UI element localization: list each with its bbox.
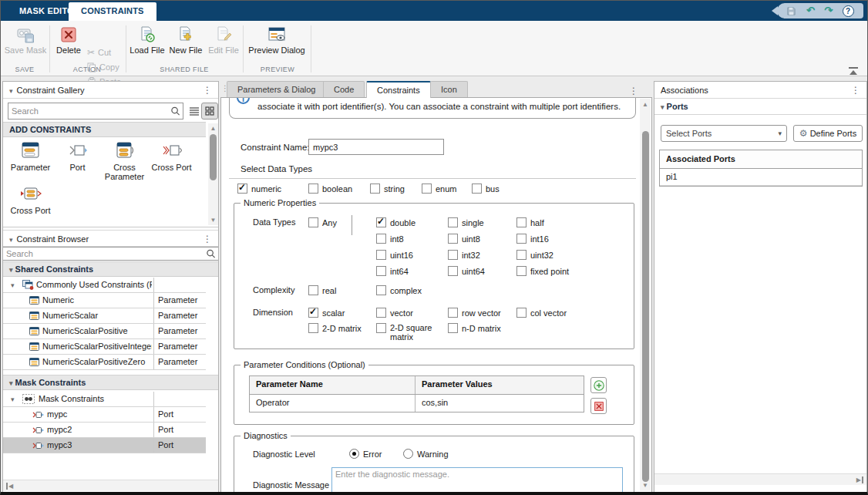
edit-file-button[interactable]: Edit File [207, 24, 241, 64]
gallery-search-input[interactable] [12, 103, 167, 119]
gallery-item-cross-port[interactable]: Cross Port [148, 142, 195, 172]
tab-code[interactable]: Code [323, 81, 365, 97]
tree-row[interactable]: mypc Port [3, 407, 206, 423]
tab-constraints[interactable]: CONSTRAINTS [69, 2, 156, 21]
scroll-left-end-icon[interactable]: ◀ [6, 483, 13, 490]
checkbox-uint32[interactable]: uint32 [516, 250, 553, 260]
parameter-values-cell[interactable]: cos,sin [415, 395, 584, 412]
tree-node-label: mypc [47, 407, 150, 422]
gallery-scrollbar[interactable]: ▲ ▼ [208, 123, 218, 225]
associated-port-row[interactable]: pi1 [660, 169, 862, 186]
save-icon[interactable] [786, 6, 796, 16]
checkbox-half[interactable]: half [516, 217, 544, 227]
checkbox-col-vector[interactable]: col vector [516, 308, 567, 318]
scroll-down-icon[interactable]: ▼ [208, 217, 218, 224]
select-ports-dropdown[interactable]: Select Ports ▾ [661, 125, 787, 142]
scroll-up-icon[interactable]: ▲ [208, 125, 218, 132]
gallery-item-cross-port-2[interactable]: Cross Port [7, 185, 54, 215]
table-row[interactable]: Operator cos,sin [250, 395, 584, 412]
checkbox-row-vector[interactable]: row vector [448, 308, 501, 318]
tree-row[interactable]: mypc2 Port [3, 423, 206, 438]
checkbox-int32[interactable]: int32 [448, 250, 480, 260]
checkbox-uint8[interactable]: uint8 [448, 234, 480, 244]
checkbox-real[interactable]: real [308, 285, 336, 295]
preview-dialog-button[interactable]: Preview Dialog [247, 24, 306, 64]
scroll-up-icon[interactable]: ▲ [640, 101, 651, 108]
checkbox-single[interactable]: single [448, 217, 484, 227]
tree-row-selected[interactable]: mypc3 Port [3, 438, 206, 453]
checkbox-bus[interactable]: bus [472, 184, 500, 194]
tab-parameters-dialog[interactable]: Parameters & Dialog [227, 81, 327, 97]
checkbox-fixed-point[interactable]: fixed point [516, 266, 569, 276]
scrollbar-thumb[interactable] [642, 131, 649, 482]
checkbox-numeric[interactable]: numeric [237, 184, 281, 194]
left-panel-hscrollbar[interactable]: ◀ [3, 480, 218, 491]
editor-vscrollbar[interactable]: ▲ ▼ [640, 99, 651, 491]
checkbox-uint64[interactable]: uint64 [448, 266, 485, 276]
scroll-down-icon[interactable]: ▼ [640, 482, 651, 489]
add-condition-button[interactable] [590, 377, 607, 393]
gallery-item-cross-parameter[interactable]: Cross Parameter [101, 142, 148, 181]
checkbox-2d-square-matrix[interactable]: 2-D square matrix [376, 323, 444, 342]
gallery-item-port[interactable]: Port [54, 142, 101, 172]
load-file-button[interactable]: Load File [129, 24, 166, 64]
list-view-icon[interactable] [189, 106, 200, 116]
associations-menu-icon[interactable]: ⋮ [851, 82, 860, 99]
tree-row[interactable]: NumericScalarPositive Parameter [3, 324, 206, 339]
constraint-name-input[interactable] [308, 139, 444, 155]
type-cell: Parameter [153, 355, 206, 369]
parameter-name-cell[interactable]: Operator [250, 395, 415, 412]
checkbox-int16[interactable]: int16 [516, 234, 549, 244]
scrollbar-thumb[interactable] [210, 134, 217, 180]
checkbox-any[interactable]: Any [308, 217, 337, 227]
checkbox-int8[interactable]: int8 [376, 234, 404, 244]
browser-search-input[interactable] [6, 248, 203, 260]
checkbox-string[interactable]: string [370, 184, 405, 194]
redo-icon[interactable]: ↷ [824, 3, 833, 19]
right-panel-hscrollbar[interactable]: ▶ [654, 473, 866, 485]
checkbox-2d-matrix[interactable]: 2-D matrix [308, 323, 362, 333]
tab-icon[interactable]: Icon [430, 81, 468, 97]
tree-row[interactable]: NumericScalarPositiveInteger Parameter [3, 339, 206, 355]
tab-constraints-doc[interactable]: Constraints [366, 81, 431, 98]
ports-section-header[interactable]: ▾ Ports [654, 99, 866, 115]
collapse-icon[interactable]: ▾ [9, 87, 13, 95]
delete-condition-button[interactable] [590, 398, 607, 414]
checkbox-complex[interactable]: complex [376, 285, 422, 295]
undo-icon[interactable]: ↶ [806, 3, 815, 19]
grid-view-button[interactable] [201, 103, 218, 120]
collapse-ribbon-button[interactable] [847, 67, 860, 75]
checkbox-scalar[interactable]: scalar [308, 308, 345, 318]
checkbox-vector[interactable]: vector [376, 308, 413, 318]
add-constraints-section: ADD CONSTRAINTS [3, 122, 206, 137]
tree-row[interactable]: NumericScalarPositiveZero Parameter [3, 355, 206, 370]
checkbox-double[interactable]: double [376, 217, 415, 227]
gallery-menu-icon[interactable]: ⋮ [203, 82, 212, 99]
gallery-item-parameter[interactable]: Parameter [7, 142, 54, 172]
delete-button[interactable]: Delete [53, 24, 84, 64]
tree-row-commonly-used[interactable]: ▾ Commonly Used Constraints (R... [3, 278, 206, 293]
tree-row[interactable]: Numeric Parameter [3, 293, 206, 308]
save-mask-button[interactable]: Save Mask [4, 24, 47, 64]
browser-menu-icon[interactable]: ⋮ [203, 231, 212, 248]
shared-constraints-section[interactable]: ▾ Shared Constraints [3, 261, 218, 277]
collapse-icon[interactable]: ▾ [11, 392, 15, 407]
help-icon[interactable]: ? [843, 5, 854, 17]
collapse-icon[interactable]: ▾ [11, 278, 15, 293]
checkbox-enum[interactable]: enum [422, 184, 457, 194]
checkbox-boolean[interactable]: boolean [308, 184, 352, 194]
define-ports-button[interactable]: ⚙ Define Ports [793, 125, 863, 142]
new-file-button[interactable]: New File [168, 24, 204, 64]
radio-error[interactable]: Error [349, 449, 382, 459]
checkbox-uint16[interactable]: uint16 [376, 250, 413, 260]
diagnostic-message-input[interactable] [331, 467, 623, 495]
radio-warning[interactable]: Warning [403, 449, 449, 459]
mask-constraints-section[interactable]: ▾ Mask Constraints [3, 375, 218, 390]
scroll-right-end-icon[interactable]: ▶ [856, 476, 863, 483]
checkbox-int64[interactable]: int64 [376, 266, 409, 276]
tree-row[interactable]: NumericScalar Parameter [3, 308, 206, 324]
tree-row-mask-constraints-root[interactable]: ▾ Mask Constraints [3, 392, 206, 407]
cut-button[interactable]: ✂ Cut [87, 45, 111, 59]
collapse-icon[interactable]: ▾ [9, 236, 13, 244]
checkbox-nd-matrix[interactable]: n-D matrix [448, 323, 501, 333]
